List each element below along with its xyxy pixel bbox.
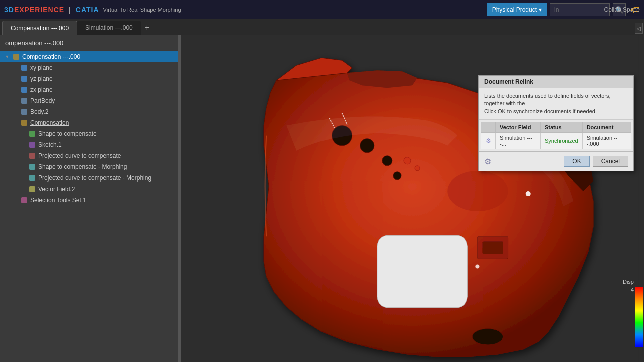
status-text: Synchronized bbox=[545, 138, 578, 144]
svg-rect-4 bbox=[21, 98, 27, 104]
col-status: Status bbox=[540, 122, 582, 133]
item-label-vector-field2: Vector Field.2 bbox=[38, 186, 75, 193]
tree-item-proj-curve[interactable]: Projected curve to compensate bbox=[0, 150, 178, 161]
tree-item-zx-plane[interactable]: zx plane bbox=[0, 84, 178, 95]
expand-icon-proj-curve bbox=[20, 153, 26, 159]
item-label-shape-to-comp: Shape to compensate bbox=[38, 130, 97, 137]
item-label-comp-root: Compensation ---.000 bbox=[22, 53, 80, 60]
expand-icon-comp-root: ▼ bbox=[4, 54, 10, 60]
item-label-body2: Body.2 bbox=[30, 108, 48, 115]
viewport[interactable]: Document Relink Lists the documents used… bbox=[181, 35, 644, 362]
col-icon bbox=[481, 122, 496, 133]
svg-rect-1 bbox=[21, 65, 27, 71]
svg-point-15 bbox=[447, 171, 508, 211]
expand-icon-body2 bbox=[12, 109, 18, 115]
svg-rect-10 bbox=[29, 164, 35, 170]
svg-rect-28 bbox=[482, 241, 503, 254]
item-label-proj-curve: Projected curve to compensate bbox=[38, 152, 121, 159]
tab-simulation[interactable]: Simulation ---.000 bbox=[77, 21, 141, 35]
item-icon-xy-plane bbox=[20, 64, 28, 72]
item-label-yz-plane: yz plane bbox=[30, 75, 53, 82]
item-label-zx-plane: zx plane bbox=[30, 86, 53, 93]
physical-product-button[interactable]: Physical Product ▾ bbox=[487, 3, 547, 16]
row-icon-cell: ⚙ bbox=[481, 133, 496, 149]
item-icon-sketch1 bbox=[28, 141, 36, 149]
svg-rect-2 bbox=[21, 76, 27, 82]
logo-separator: | bbox=[69, 6, 71, 14]
expand-icon-compensation bbox=[12, 120, 18, 126]
item-label-sketch1: Sketch.1 bbox=[38, 141, 62, 148]
sidebar: ompensation ---.000 ▼ Compensation ---.0… bbox=[0, 35, 178, 362]
svg-rect-12 bbox=[29, 186, 35, 192]
dialog-description: Lists the documents used to define field… bbox=[479, 88, 633, 120]
tree-item-comp-root[interactable]: ▼ Compensation ---.000 bbox=[0, 51, 178, 62]
item-icon-shape-morph bbox=[28, 163, 36, 171]
physical-product-label: Physical Product bbox=[492, 6, 537, 13]
svg-rect-13 bbox=[21, 197, 27, 203]
svg-point-20 bbox=[404, 157, 411, 164]
expand-icon-xy-plane bbox=[12, 65, 18, 71]
tab-simulation-label: Simulation ---.000 bbox=[85, 24, 133, 31]
tab-compensation[interactable]: Compensation ---.000 bbox=[2, 21, 77, 35]
col-document: Document bbox=[582, 122, 631, 133]
logo-experience: EXPERIENCE bbox=[14, 6, 64, 14]
svg-point-19 bbox=[393, 172, 401, 180]
tab-compensation-label: Compensation ---.000 bbox=[11, 25, 69, 32]
svg-point-23 bbox=[526, 191, 531, 196]
topbar: 3DEXPERIENCE | CATIA Virtual To Real Sha… bbox=[0, 0, 644, 19]
tree-container: ▼ Compensation ---.000 xy plane yz plane… bbox=[0, 51, 178, 206]
tree-item-part-body[interactable]: PartBody bbox=[0, 95, 178, 106]
tree-item-sketch1[interactable]: Sketch.1 bbox=[0, 139, 178, 150]
search-input[interactable] bbox=[550, 3, 610, 16]
svg-rect-8 bbox=[29, 142, 35, 148]
table-row: ⚙ Simulation ----... Synchronized Simula… bbox=[481, 133, 631, 149]
app-name: Virtual To Real Shape Morphing bbox=[103, 7, 181, 13]
item-label-part-body: PartBody bbox=[30, 97, 55, 104]
svg-rect-3 bbox=[21, 87, 27, 93]
expand-icon-shape-morph bbox=[20, 164, 26, 170]
tree-item-shape-morph[interactable]: Shape to compensate - Morphing bbox=[0, 161, 178, 172]
collab-space-button[interactable]: Collab Space bbox=[604, 6, 640, 13]
tree-item-shape-to-comp[interactable]: Shape to compensate bbox=[0, 128, 178, 139]
tab-collapse-button[interactable]: ◁ bbox=[635, 23, 643, 34]
item-icon-compensation bbox=[20, 119, 28, 127]
svg-rect-11 bbox=[29, 175, 35, 181]
app-logo: 3DEXPERIENCE | CATIA bbox=[4, 6, 99, 14]
tree-item-proj-curve-morph[interactable]: Projected curve to compensate - Morphing bbox=[0, 172, 178, 184]
dropdown-arrow-icon: ▾ bbox=[539, 6, 542, 13]
main-area: ompensation ---.000 ▼ Compensation ---.0… bbox=[0, 35, 644, 362]
item-icon-comp-root bbox=[12, 53, 20, 61]
item-label-shape-morph: Shape to compensate - Morphing bbox=[38, 163, 127, 170]
item-icon-vector-field2 bbox=[28, 185, 36, 193]
dialog-title: Document Relink bbox=[479, 76, 633, 88]
logo-3d: 3D bbox=[4, 6, 14, 14]
svg-rect-0 bbox=[13, 54, 19, 60]
svg-point-17 bbox=[360, 139, 374, 153]
item-icon-proj-curve bbox=[28, 152, 36, 160]
expand-icon-shape-to-comp bbox=[20, 131, 26, 137]
svg-point-24 bbox=[475, 264, 479, 268]
item-icon-sel-tools bbox=[20, 196, 28, 204]
tree-item-xy-plane[interactable]: xy plane bbox=[0, 62, 178, 73]
tree-item-compensation[interactable]: Compensation bbox=[0, 117, 178, 128]
cancel-button[interactable]: Cancel bbox=[593, 156, 628, 167]
tab-add-button[interactable]: + bbox=[141, 21, 153, 35]
dialog-footer-icon: ⚙ bbox=[484, 157, 491, 166]
ok-button[interactable]: OK bbox=[564, 156, 589, 167]
tree-item-vector-field2[interactable]: Vector Field.2 bbox=[0, 184, 178, 195]
document-cell: Simulation ---.000 bbox=[582, 133, 631, 149]
vector-field-cell: Simulation ----... bbox=[496, 133, 541, 149]
item-icon-proj-curve-morph bbox=[28, 174, 36, 182]
sim-icon: ⚙ bbox=[486, 137, 491, 144]
item-icon-zx-plane bbox=[20, 86, 28, 94]
expand-icon-proj-curve-morph bbox=[20, 175, 26, 181]
item-icon-yz-plane bbox=[20, 75, 28, 83]
tree-item-body2[interactable]: Body.2 bbox=[0, 106, 178, 117]
expand-icon-yz-plane bbox=[12, 76, 18, 82]
expand-icon-sketch1 bbox=[20, 142, 26, 148]
tree-item-sel-tools[interactable]: Selection Tools Set.1 bbox=[0, 195, 178, 206]
svg-rect-6 bbox=[21, 120, 27, 126]
colorbar: Disp 4 bbox=[635, 287, 643, 347]
svg-rect-7 bbox=[29, 131, 35, 137]
tree-item-yz-plane[interactable]: yz plane bbox=[0, 73, 178, 84]
